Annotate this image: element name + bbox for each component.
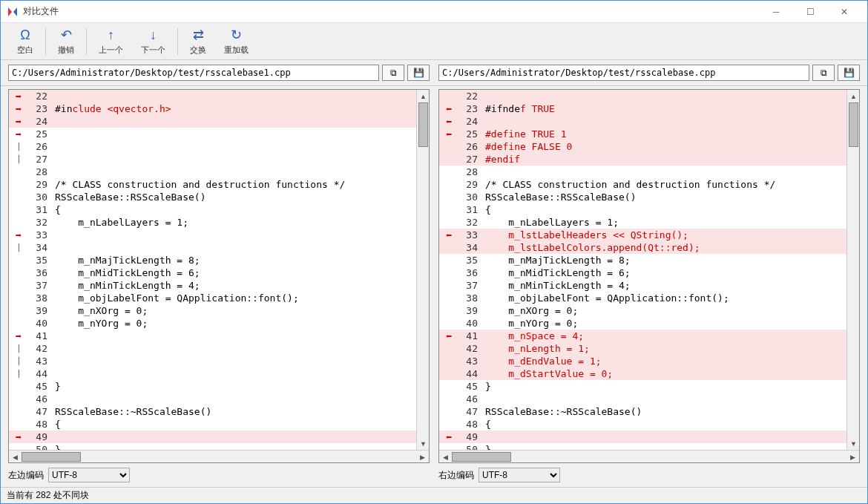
code-line[interactable]: 48{ xyxy=(9,418,416,431)
code-line[interactable]: 42 xyxy=(9,342,416,355)
code-line[interactable]: 36 m_nMidTickLength = 6; xyxy=(439,266,846,279)
code-line[interactable]: 37 m_nMinTickLength = 4; xyxy=(9,279,416,292)
code-line[interactable]: 40 m_nYOrg = 0; xyxy=(439,317,846,330)
scroll-right-icon[interactable]: ▶ xyxy=(416,451,429,463)
right-code-view[interactable]: 22⬅23#ifndef TRUE⬅24⬅25#define TRUE 126#… xyxy=(439,90,859,450)
code-line[interactable]: ⬅25#define TRUE 1 xyxy=(439,128,846,140)
code-line[interactable]: ➡22 xyxy=(9,90,416,102)
prev-button[interactable]: ↑上一个 xyxy=(90,25,132,57)
left-copy-button[interactable]: ⧉ xyxy=(382,65,404,81)
code-line[interactable]: 44 xyxy=(9,367,416,380)
code-line[interactable]: ⬅41 m_nSpace = 4; xyxy=(439,330,846,342)
code-line[interactable]: 38 m_objLabelFont = QApplication::font()… xyxy=(439,292,846,304)
undo-button[interactable]: ↶撤销 xyxy=(49,25,83,57)
scroll-left-icon[interactable]: ◀ xyxy=(9,451,22,463)
code-line[interactable]: ⬅49 xyxy=(439,431,846,443)
maximize-button[interactable]: ☐ xyxy=(793,1,827,23)
code-line[interactable]: ➡23#include <qvector.h> xyxy=(9,102,416,115)
reload-button[interactable]: ↻重加载 xyxy=(215,25,257,57)
line-number: 34 xyxy=(458,242,482,253)
line-number: 36 xyxy=(28,267,52,278)
code-line[interactable]: 50} xyxy=(439,443,846,450)
right-hscrollbar[interactable]: ◀ ▶ xyxy=(439,450,859,462)
swap-button[interactable]: ⇄交换 xyxy=(181,25,215,57)
code-line[interactable]: ➡24 xyxy=(9,115,416,128)
code-line[interactable]: 39 m_nXOrg = 0; xyxy=(439,304,846,317)
code-line[interactable]: 42 m_nLength = 1; xyxy=(439,342,846,355)
code-content: m_nXOrg = 0; xyxy=(482,305,846,316)
scroll-thumb[interactable] xyxy=(849,102,858,147)
code-line[interactable]: 39 m_nXOrg = 0; xyxy=(9,304,416,317)
code-line[interactable]: 36 m_nMidTickLength = 6; xyxy=(9,266,416,279)
minimize-button[interactable]: ─ xyxy=(759,1,793,23)
scroll-thumb[interactable] xyxy=(452,452,511,462)
code-line[interactable]: 26 xyxy=(9,140,416,153)
left-hscrollbar[interactable]: ◀ ▶ xyxy=(9,450,429,462)
code-line[interactable]: 31{ xyxy=(9,203,416,216)
code-line[interactable]: 34 m_lstLabelColors.append(Qt::red); xyxy=(439,241,846,254)
scroll-left-icon[interactable]: ◀ xyxy=(439,451,452,463)
code-line[interactable]: 48{ xyxy=(439,418,846,431)
code-line[interactable]: 47RSScaleBase::~RSScaleBase() xyxy=(439,405,846,418)
scroll-down-icon[interactable]: ▼ xyxy=(847,437,860,450)
code-line[interactable]: 46 xyxy=(9,393,416,405)
code-line[interactable]: ➡41 xyxy=(9,330,416,342)
code-line[interactable]: 38 m_objLabelFont = QApplication::font()… xyxy=(9,292,416,304)
code-line[interactable]: 40 m_nYOrg = 0; xyxy=(9,317,416,330)
scroll-up-icon[interactable]: ▲ xyxy=(847,90,860,102)
left-vscrollbar[interactable]: ▲ ▼ xyxy=(416,90,429,450)
scroll-up-icon[interactable]: ▲ xyxy=(417,90,430,102)
code-line[interactable]: 30RSScaleBase::RSScaleBase() xyxy=(9,191,416,203)
code-line[interactable]: 34 xyxy=(9,241,416,254)
left-path-input[interactable] xyxy=(8,65,379,81)
line-number: 44 xyxy=(28,368,52,379)
code-line[interactable]: 45} xyxy=(9,380,416,393)
code-line[interactable]: 45} xyxy=(439,380,846,393)
left-encoding-select[interactable]: UTF-8 xyxy=(48,468,130,482)
code-line[interactable]: ➡33 xyxy=(9,229,416,241)
code-line[interactable]: 35 m_nMajTickLength = 8; xyxy=(439,254,846,266)
code-line[interactable]: ⬅33 m_lstLabelHeaders << QString(); xyxy=(439,229,846,241)
code-content: { xyxy=(482,204,846,215)
scroll-thumb[interactable] xyxy=(418,102,428,147)
code-line[interactable]: 30RSScaleBase::RSScaleBase() xyxy=(439,191,846,203)
code-line[interactable]: 46 xyxy=(439,393,846,405)
code-line[interactable]: ⬅24 xyxy=(439,115,846,128)
code-line[interactable]: 31{ xyxy=(439,203,846,216)
scroll-thumb[interactable] xyxy=(22,452,81,462)
code-line[interactable]: 22 xyxy=(439,90,846,102)
left-save-button[interactable]: 💾 xyxy=(407,65,430,81)
code-line[interactable]: 37 m_nMinTickLength = 4; xyxy=(439,279,846,292)
code-line[interactable]: 26#define FALSE 0 xyxy=(439,140,846,153)
window-title: 对比文件 xyxy=(23,5,759,18)
code-line[interactable]: 27 xyxy=(9,153,416,166)
code-line[interactable]: 44 m_dStartValue = 0; xyxy=(439,367,846,380)
code-line[interactable]: 32 m_nLabelLayers = 1; xyxy=(9,216,416,229)
right-copy-button[interactable]: ⧉ xyxy=(812,65,835,81)
right-save-button[interactable]: 💾 xyxy=(838,65,860,81)
right-encoding-select[interactable]: UTF-8 xyxy=(479,468,560,482)
code-line[interactable]: 43 m_dEndValue = 1; xyxy=(439,355,846,367)
code-line[interactable]: ⬅23#ifndef TRUE xyxy=(439,102,846,115)
code-line[interactable]: 50} xyxy=(9,443,416,450)
code-line[interactable]: ➡49 xyxy=(9,431,416,443)
code-line[interactable]: 27#endif xyxy=(439,153,846,166)
right-vscrollbar[interactable]: ▲ ▼ xyxy=(846,90,859,450)
code-line[interactable]: 47RSScaleBase::~RSScaleBase() xyxy=(9,405,416,418)
code-line[interactable]: 35 m_nMajTickLength = 8; xyxy=(9,254,416,266)
code-line[interactable]: 43 xyxy=(9,355,416,367)
code-line[interactable]: 28 xyxy=(9,166,416,178)
code-line[interactable]: 28 xyxy=(439,166,846,178)
scroll-down-icon[interactable]: ▼ xyxy=(417,437,430,450)
close-button[interactable]: ✕ xyxy=(827,1,861,23)
left-code-view[interactable]: ➡22➡23#include <qvector.h>➡24➡2526272829… xyxy=(9,90,429,450)
blank-button[interactable]: Ω空白 xyxy=(8,25,42,57)
diff-arrow-right-icon: ➡ xyxy=(16,431,22,443)
next-button[interactable]: ↓下一个 xyxy=(132,25,174,57)
code-line[interactable]: 32 m_nLabelLayers = 1; xyxy=(439,216,846,229)
code-line[interactable]: 29/* CLASS construction and destruction … xyxy=(439,178,846,191)
right-path-input[interactable] xyxy=(438,65,809,81)
scroll-right-icon[interactable]: ▶ xyxy=(846,451,859,463)
code-line[interactable]: 29/* CLASS construction and destruction … xyxy=(9,178,416,191)
code-line[interactable]: ➡25 xyxy=(9,128,416,140)
